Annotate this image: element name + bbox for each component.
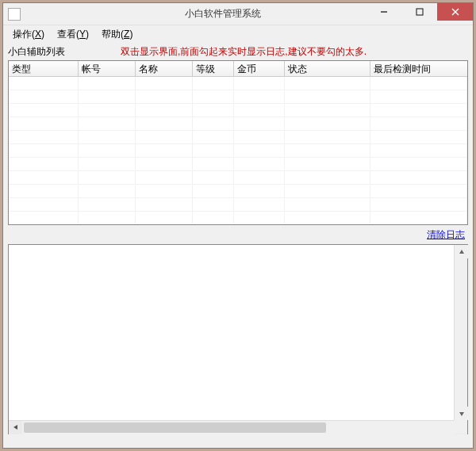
table-row[interactable]	[9, 104, 467, 117]
table-cell	[234, 117, 285, 131]
table-cell	[79, 90, 136, 104]
table-cell	[136, 158, 193, 171]
table-row[interactable]	[9, 131, 467, 144]
table-cell	[9, 90, 79, 104]
table-cell	[9, 198, 79, 212]
table-cell	[136, 198, 193, 212]
minimize-button[interactable]	[366, 3, 401, 21]
log-horizontal-scrollbar[interactable]	[9, 420, 467, 434]
maximize-button[interactable]	[401, 3, 437, 21]
col-level[interactable]: 等级	[193, 61, 234, 76]
clear-log-row: 清除日志	[8, 227, 468, 243]
table-cell	[285, 212, 370, 224]
list-header: 类型 帐号 名称 等级 金币 状态 最后检测时间	[9, 61, 467, 77]
listview-notice: 双击显示界面,前面勾起来实时显示日志,建议不要勾的太多.	[121, 45, 367, 59]
log-area[interactable]	[8, 244, 468, 434]
col-name[interactable]: 名称	[136, 61, 193, 76]
col-account[interactable]: 帐号	[79, 61, 136, 76]
table-cell	[285, 144, 370, 158]
table-cell	[79, 104, 136, 117]
window-controls	[366, 3, 473, 21]
list-body[interactable]	[9, 77, 467, 224]
table-cell	[234, 185, 285, 198]
hscroll-thumb[interactable]	[24, 422, 326, 433]
scroll-up-icon[interactable]	[455, 245, 468, 258]
table-cell	[193, 144, 234, 158]
table-cell	[285, 90, 370, 104]
clear-log-link[interactable]: 清除日志	[427, 228, 465, 242]
table-cell	[79, 171, 136, 185]
menu-help[interactable]: 帮助(Z)	[95, 26, 139, 43]
scroll-down-icon[interactable]	[455, 407, 468, 420]
table-cell	[9, 185, 79, 198]
close-icon	[451, 8, 459, 16]
table-row[interactable]	[9, 158, 467, 171]
menu-operate[interactable]: 操作(X)	[6, 26, 51, 43]
table-cell	[285, 198, 370, 212]
table-row[interactable]	[9, 77, 467, 90]
table-row[interactable]	[9, 90, 467, 104]
col-status[interactable]: 状态	[285, 61, 370, 76]
main-window: 小白软件管理系统 操作(X) 查看(Y) 帮助(Z) 小白辅助列表 双	[2, 2, 474, 449]
table-cell	[285, 185, 370, 198]
table-row[interactable]	[9, 198, 467, 212]
table-cell	[370, 171, 467, 185]
table-cell	[9, 104, 79, 117]
table-cell	[285, 77, 370, 90]
table-cell	[193, 171, 234, 185]
scroll-left-icon[interactable]	[9, 421, 22, 434]
log-vertical-scrollbar[interactable]	[454, 245, 467, 420]
table-cell	[79, 158, 136, 171]
table-cell	[193, 131, 234, 144]
menu-operate-hotkey: X	[35, 29, 41, 40]
table-cell	[9, 117, 79, 131]
col-lastcheck[interactable]: 最后检测时间	[370, 61, 467, 76]
table-cell	[193, 77, 234, 90]
table-cell	[370, 117, 467, 131]
col-gold[interactable]: 金币	[234, 61, 285, 76]
menu-bar: 操作(X) 查看(Y) 帮助(Z)	[3, 25, 473, 43]
table-cell	[136, 185, 193, 198]
menu-help-hotkey: Z	[124, 29, 129, 40]
table-row[interactable]	[9, 185, 467, 198]
table-cell	[234, 77, 285, 90]
hscroll-track[interactable]	[22, 421, 454, 434]
menu-view-label: 查看	[57, 29, 76, 40]
table-cell	[234, 90, 285, 104]
table-cell	[9, 171, 79, 185]
table-cell	[370, 77, 467, 90]
table-cell	[234, 171, 285, 185]
table-row[interactable]	[9, 171, 467, 185]
table-cell	[370, 131, 467, 144]
table-cell	[370, 198, 467, 212]
table-cell	[9, 77, 79, 90]
assistant-list[interactable]: 类型 帐号 名称 等级 金币 状态 最后检测时间	[8, 60, 468, 225]
minimize-icon	[380, 8, 388, 16]
app-icon	[8, 8, 21, 21]
scroll-corner	[454, 420, 467, 434]
table-row[interactable]	[9, 144, 467, 158]
col-type[interactable]: 类型	[9, 61, 79, 76]
table-cell	[193, 104, 234, 117]
table-row[interactable]	[9, 117, 467, 131]
table-cell	[79, 144, 136, 158]
table-cell	[136, 104, 193, 117]
table-cell	[193, 198, 234, 212]
table-row[interactable]	[9, 212, 467, 224]
maximize-icon	[416, 8, 424, 16]
table-cell	[79, 77, 136, 90]
close-button[interactable]	[437, 3, 473, 21]
table-cell	[234, 144, 285, 158]
table-cell	[234, 198, 285, 212]
table-cell	[370, 185, 467, 198]
table-cell	[370, 90, 467, 104]
svg-marker-4	[459, 250, 464, 254]
menu-view[interactable]: 查看(Y)	[51, 26, 95, 43]
table-cell	[9, 144, 79, 158]
svg-rect-1	[416, 9, 423, 15]
listview-label: 小白辅助列表	[8, 45, 65, 59]
menu-help-label: 帮助	[102, 29, 121, 40]
table-cell	[9, 158, 79, 171]
table-cell	[193, 158, 234, 171]
listview-label-row: 小白辅助列表 双击显示界面,前面勾起来实时显示日志,建议不要勾的太多.	[8, 44, 468, 59]
